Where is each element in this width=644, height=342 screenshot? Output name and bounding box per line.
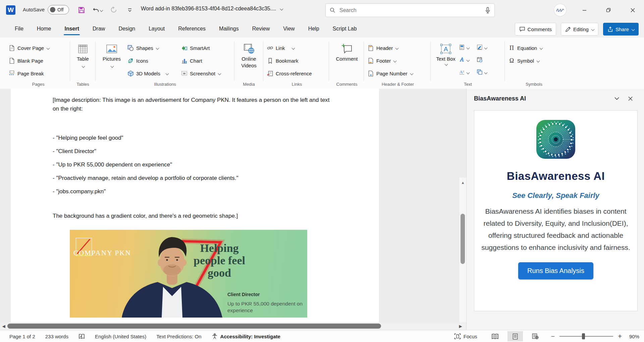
screenshot-button[interactable]: Screenshot bbox=[180, 67, 222, 80]
quick-parts-icon bbox=[459, 44, 465, 50]
page-number-button[interactable]: Page Number bbox=[366, 67, 429, 80]
link-button[interactable]: Link bbox=[266, 42, 328, 54]
text-box-button[interactable]: A Text Box bbox=[433, 38, 459, 65]
vertical-scroll-thumb[interactable] bbox=[461, 214, 465, 264]
document-page[interactable]: [Image description: This image is an adv… bbox=[11, 89, 379, 322]
tab-references[interactable]: References bbox=[172, 22, 212, 35]
drop-cap-button[interactable]: A bbox=[459, 69, 465, 76]
read-mode-button[interactable] bbox=[487, 331, 503, 341]
zoom-level[interactable]: 90% bbox=[629, 334, 639, 339]
print-layout-button[interactable] bbox=[507, 331, 523, 341]
icons-button[interactable]: Icons bbox=[126, 54, 180, 67]
search-input[interactable] bbox=[339, 7, 482, 14]
scroll-left-arrow[interactable]: ◀ bbox=[0, 324, 7, 329]
chart-button[interactable]: Chart bbox=[180, 54, 222, 67]
3d-models-button[interactable]: 3D Models bbox=[126, 67, 180, 80]
vertical-scrollbar[interactable]: ▲ ▼ bbox=[459, 178, 466, 322]
comments-button[interactable]: Comments bbox=[515, 23, 556, 36]
addin-card: BiasAwareness AI See Clearly, Speak Fair… bbox=[474, 110, 638, 311]
editing-button-label: Editing bbox=[573, 26, 589, 32]
share-button[interactable]: Share bbox=[603, 23, 639, 36]
signature-line-button[interactable] bbox=[477, 44, 483, 52]
horizontal-scroll-thumb[interactable] bbox=[7, 324, 381, 329]
group-label-text: Text bbox=[433, 82, 503, 87]
task-pane-collapse-button[interactable] bbox=[610, 93, 624, 104]
run-bias-analysis-button[interactable]: Runs Bias Analysis bbox=[518, 262, 593, 279]
tab-view[interactable]: View bbox=[277, 22, 301, 35]
tab-design[interactable]: Design bbox=[112, 22, 141, 35]
word-app-icon[interactable]: W bbox=[6, 5, 15, 15]
page-indicator[interactable]: Page 1 of 2 bbox=[9, 334, 35, 339]
autosave-toggle[interactable]: Off bbox=[48, 5, 69, 14]
tab-review[interactable]: Review bbox=[246, 22, 276, 35]
tab-script-lab[interactable]: Script Lab bbox=[327, 22, 363, 35]
tab-help[interactable]: Help bbox=[302, 22, 325, 35]
online-videos-button[interactable]: Online Videos bbox=[235, 38, 263, 69]
zoom-in-button[interactable]: + bbox=[618, 333, 622, 340]
embedded-ad-image[interactable]: COMPANY PKN Helping people feel good bbox=[70, 230, 307, 318]
scroll-up-arrow[interactable]: ▲ bbox=[459, 179, 466, 186]
undo-button[interactable] bbox=[90, 5, 105, 15]
pictures-button[interactable]: Pictures bbox=[97, 38, 126, 67]
biasawareness-task-pane: BiasAwareness AI BiasAwareness AI See C bbox=[466, 89, 644, 342]
smartart-button[interactable]: SmartArt bbox=[180, 42, 222, 54]
window-minimize-button[interactable] bbox=[578, 4, 591, 16]
comment-button[interactable]: Comment bbox=[331, 38, 363, 62]
redo-button-disabled[interactable] bbox=[108, 5, 119, 15]
document-title[interactable]: Word add-in 83feb396-8153-4f04-8d12-cdee… bbox=[141, 6, 309, 12]
tab-file[interactable]: File bbox=[9, 22, 30, 35]
quick-parts-button[interactable] bbox=[459, 44, 465, 52]
language-indicator[interactable]: English (United States) bbox=[95, 334, 146, 339]
tab-insert[interactable]: Insert bbox=[58, 22, 85, 35]
tab-home[interactable]: Home bbox=[31, 22, 57, 35]
web-layout-button[interactable] bbox=[528, 331, 543, 341]
doc-paragraph-close: The background has a gradient color, and… bbox=[53, 212, 331, 220]
zoom-out-button[interactable]: − bbox=[551, 333, 555, 340]
tab-draw[interactable]: Draw bbox=[87, 22, 111, 35]
zoom-slider-handle[interactable] bbox=[582, 333, 585, 339]
editing-mode-button[interactable]: Editing bbox=[561, 23, 598, 36]
task-pane-close-button[interactable] bbox=[624, 93, 637, 104]
restore-icon bbox=[606, 8, 611, 12]
proofing-status[interactable] bbox=[78, 334, 85, 339]
zoom-slider[interactable] bbox=[559, 336, 613, 337]
horizontal-scrollbar[interactable]: ◀ ▶ bbox=[0, 322, 466, 330]
toggle-knob bbox=[50, 7, 55, 12]
search-bar[interactable] bbox=[325, 3, 495, 17]
status-bar: Page 1 of 2 233 words English (United St… bbox=[0, 330, 644, 342]
object-chevron bbox=[484, 71, 488, 74]
accessibility-checker[interactable]: Accessibility: Investigate bbox=[212, 333, 280, 339]
object-button[interactable] bbox=[477, 69, 483, 76]
shapes-button[interactable]: Shapes bbox=[126, 42, 180, 54]
window-restore-button[interactable] bbox=[602, 4, 615, 16]
cross-reference-button[interactable]: Cross-reference bbox=[266, 67, 328, 80]
dictate-mic-icon[interactable] bbox=[485, 7, 490, 14]
word-count[interactable]: 233 words bbox=[45, 334, 68, 339]
smartart-label: SmartArt bbox=[190, 45, 210, 51]
header-button[interactable]: Header bbox=[366, 42, 429, 54]
tab-mailings[interactable]: Mailings bbox=[213, 22, 245, 35]
tab-layout[interactable]: Layout bbox=[143, 22, 171, 35]
window-close-button[interactable] bbox=[626, 4, 639, 16]
symbol-button[interactable]: Ω Symbol bbox=[507, 54, 561, 67]
table-button[interactable]: Table bbox=[71, 38, 95, 67]
footer-button[interactable]: Footer bbox=[366, 54, 429, 67]
bookmark-button[interactable]: Bookmark bbox=[266, 54, 328, 67]
proofing-book-icon bbox=[78, 334, 85, 339]
scroll-right-arrow[interactable]: ▶ bbox=[457, 324, 464, 329]
save-button[interactable] bbox=[76, 5, 87, 15]
icons-label: Icons bbox=[136, 58, 148, 64]
equation-button[interactable]: Π Equation bbox=[507, 42, 561, 54]
page-break-button[interactable]: Page Break bbox=[7, 67, 69, 80]
customize-quick-access-toolbar-button[interactable] bbox=[125, 5, 135, 15]
user-avatar[interactable] bbox=[554, 4, 566, 16]
ad-details: Client Director Up to PKR 55,000 depende… bbox=[227, 290, 303, 318]
blank-page-button[interactable]: Blank Page bbox=[7, 54, 69, 67]
read-mode-icon bbox=[491, 334, 499, 339]
focus-mode-button[interactable]: Focus bbox=[454, 333, 477, 339]
date-time-button[interactable] bbox=[477, 57, 483, 64]
wordart-button[interactable]: A bbox=[459, 57, 465, 64]
cover-page-button[interactable]: Cover Page bbox=[7, 42, 69, 54]
text-predictions-indicator[interactable]: Text Predictions: On bbox=[156, 334, 201, 339]
doc-bullet-1: - "Helping people feel good" bbox=[53, 134, 331, 142]
